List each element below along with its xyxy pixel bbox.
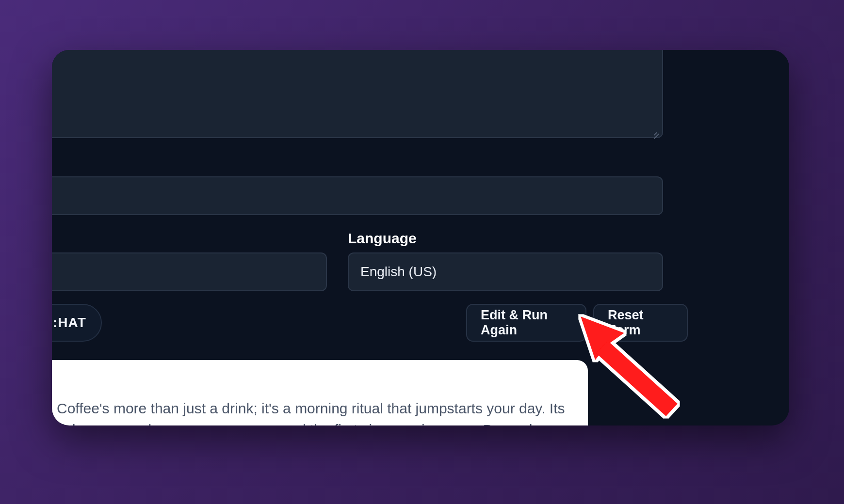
secondary-input[interactable] [52, 176, 663, 215]
resize-handle-icon[interactable] [650, 126, 659, 134]
edit-run-again-button[interactable]: Edit & Run Again [466, 304, 586, 342]
app-window: e Language English (US) :HAT Edit & Run … [52, 50, 789, 425]
output-panel: Coffee's more than just a drink; it's a … [52, 360, 588, 425]
output-text: Coffee's more than just a drink; it's a … [57, 398, 568, 425]
language-label: Language [348, 230, 417, 247]
left-field-input[interactable] [52, 252, 327, 291]
chat-mode-pill[interactable]: :HAT [52, 304, 102, 342]
language-select[interactable]: English (US) [348, 252, 663, 291]
prompt-textarea[interactable] [52, 50, 663, 138]
left-field-label-partial: e [52, 232, 110, 248]
svg-marker-1 [596, 341, 678, 416]
reset-form-button[interactable]: Reset Form [593, 304, 688, 342]
